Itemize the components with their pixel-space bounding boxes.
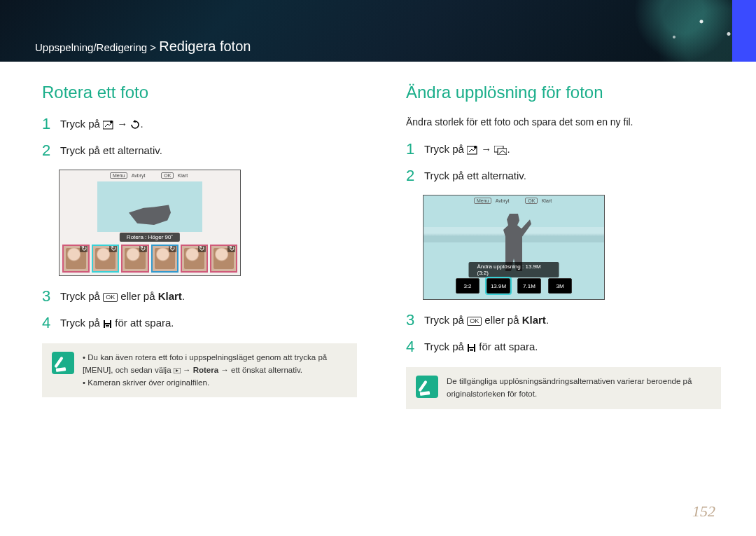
step-4: 4 Tryck på för att spara. bbox=[406, 339, 721, 355]
step-text: Tryck på ett alternativ. bbox=[424, 168, 526, 181]
ok-key-icon: OK bbox=[467, 317, 482, 326]
svg-point-1 bbox=[110, 121, 113, 123]
intro-text: Ändra storlek för ett foto och spara det… bbox=[406, 116, 721, 128]
note-text: De tillgängliga upplösningsändringsalter… bbox=[447, 376, 711, 401]
svg-rect-13 bbox=[469, 344, 474, 347]
svg-rect-15 bbox=[470, 349, 473, 350]
step-number: 2 bbox=[406, 168, 417, 184]
step-3: 3 Tryck på OK eller på Klart. bbox=[406, 312, 721, 328]
screenshot-label: Rotera : Höger 90˚ bbox=[120, 233, 180, 242]
pen-icon bbox=[416, 376, 438, 398]
svg-rect-3 bbox=[105, 320, 110, 323]
thumbnail bbox=[121, 245, 148, 273]
step-text: Tryck på för att spara. bbox=[424, 339, 538, 352]
screenshot-label: Ändra upplösning : 13.9M (3:2) bbox=[469, 262, 559, 277]
svg-rect-6 bbox=[106, 327, 109, 327]
ok-key-icon: OK bbox=[103, 293, 118, 302]
note-item: Du kan även rotera ett foto i uppspelnin… bbox=[83, 352, 347, 377]
rotate-icon bbox=[130, 120, 140, 130]
page-title: Redigera foton bbox=[159, 39, 251, 54]
step-2: 2 Tryck på ett alternativ. bbox=[42, 143, 357, 158]
screenshot-topbar: Menu Avbryt OK Klart bbox=[59, 170, 240, 179]
resolution-option: 7.1M bbox=[517, 278, 541, 294]
step-text: Tryck på OK eller på Klart. bbox=[424, 312, 549, 326]
screenshot-thumbnails bbox=[62, 245, 237, 273]
screenshot-preview bbox=[97, 181, 202, 232]
step-number: 4 bbox=[42, 315, 53, 331]
svg-point-9 bbox=[474, 146, 477, 149]
screenshot-topbar: Menu Avbryt OK Klart bbox=[424, 195, 604, 204]
page-number: 152 bbox=[692, 502, 715, 521]
breadcrumb-prefix: Uppspelning/Redigering > bbox=[35, 41, 159, 53]
thumbnail bbox=[62, 245, 90, 273]
step-number: 3 bbox=[42, 289, 53, 304]
ok-button: OK bbox=[161, 172, 174, 179]
thumbnail bbox=[151, 245, 178, 273]
step-4: 4 Tryck på för att spara. bbox=[42, 315, 357, 331]
step-number: 2 bbox=[42, 143, 53, 158]
svg-rect-11 bbox=[498, 149, 507, 155]
column-right: Ändra upplösning för foton Ändra storlek… bbox=[406, 83, 721, 409]
step-number: 1 bbox=[42, 116, 53, 132]
thumbnail bbox=[181, 245, 208, 273]
arrow-icon: → bbox=[117, 118, 130, 130]
step-number: 4 bbox=[406, 339, 417, 355]
resolution-option-selected: 13.9M bbox=[486, 278, 510, 294]
step-number: 1 bbox=[406, 142, 417, 157]
play-icon bbox=[174, 368, 181, 373]
svg-rect-4 bbox=[105, 324, 110, 328]
edit-icon bbox=[103, 120, 114, 130]
screenshot-rotate: Menu Avbryt OK Klart Rotera : Höger 90˚ bbox=[59, 170, 241, 276]
step-2: 2 Tryck på ett alternativ. bbox=[406, 168, 721, 184]
edit-icon bbox=[467, 145, 478, 155]
step-number: 3 bbox=[406, 312, 417, 328]
heading-resize: Ändra upplösning för foton bbox=[406, 83, 721, 102]
step-text: Tryck på för att spara. bbox=[60, 315, 174, 329]
heading-rotate: Rotera ett foto bbox=[42, 83, 357, 102]
column-left: Rotera ett foto 1 Tryck på → . 2 Tryck p… bbox=[42, 83, 357, 409]
menu-key: [MENU] bbox=[83, 366, 111, 374]
menu-button: Menu bbox=[474, 198, 492, 204]
breadcrumb: Uppspelning/Redigering > Redigera foton bbox=[35, 39, 251, 55]
save-icon bbox=[467, 343, 476, 352]
step-text: Tryck på → . bbox=[60, 116, 144, 130]
page-header: Uppspelning/Redigering > Redigera foton bbox=[0, 0, 756, 62]
pen-icon bbox=[52, 352, 74, 374]
note-box: De tillgängliga upplösningsändringsalter… bbox=[406, 367, 721, 409]
resolution-options: 3:2 13.9M 7.1M 3M bbox=[456, 278, 572, 294]
step-text: Tryck på OK eller på Klart. bbox=[60, 289, 185, 302]
resolution-option: 3M bbox=[548, 278, 572, 294]
save-icon bbox=[103, 319, 112, 329]
step-1: 1 Tryck på → . bbox=[42, 116, 357, 132]
note-item: Kameran skriver över originalfilen. bbox=[83, 377, 347, 390]
thumbnail bbox=[210, 245, 237, 273]
svg-rect-5 bbox=[106, 325, 109, 326]
arrow-icon: → bbox=[481, 143, 494, 155]
svg-rect-16 bbox=[470, 350, 473, 351]
note-list: Du kan även rotera ett foto i uppspelnin… bbox=[83, 352, 347, 389]
ok-button: OK bbox=[525, 198, 538, 204]
screenshot-resize: Menu Avbryt OK Klart Ändra upplösning : … bbox=[423, 195, 605, 300]
content-area: Rotera ett foto 1 Tryck på → . 2 Tryck p… bbox=[0, 62, 756, 409]
step-text: Tryck på ett alternativ. bbox=[60, 143, 162, 156]
step-3: 3 Tryck på OK eller på Klart. bbox=[42, 289, 357, 304]
svg-rect-14 bbox=[469, 348, 474, 352]
resize-icon bbox=[494, 146, 507, 155]
thumbnail bbox=[92, 245, 119, 273]
note-box: Du kan även rotera ett foto i uppspelnin… bbox=[42, 343, 357, 397]
resolution-option: 3:2 bbox=[456, 278, 479, 294]
menu-button: Menu bbox=[110, 172, 128, 179]
step-1: 1 Tryck på → . bbox=[406, 142, 721, 157]
step-text: Tryck på → . bbox=[424, 142, 510, 155]
